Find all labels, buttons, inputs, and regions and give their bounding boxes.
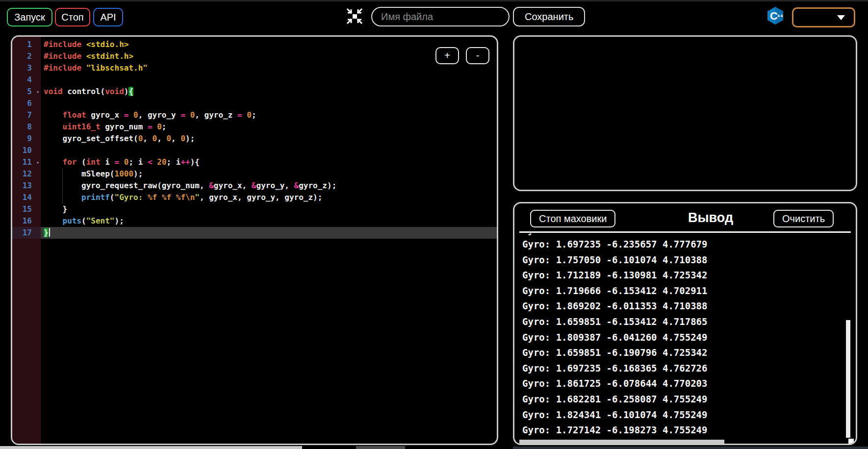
line-number: 1 [12, 39, 32, 50]
code-text: #include <stdio.h> [44, 39, 497, 50]
line-number: 17 [12, 227, 32, 239]
code-line: 9 gyro_set_offset(0, 0, 0, 0); [12, 133, 497, 145]
gutter-spacer [32, 109, 44, 121]
output-divider [519, 231, 851, 233]
output-line: Gyro: 1.719666 -6.153412 4.702911 [514, 283, 856, 299]
output-title: Вывод [637, 210, 784, 225]
output-line: Gyro: 1.727142 -6.198273 4.755249 [514, 423, 856, 438]
output-line: Gyro: 1.659851 -6.190796 4.725342 [514, 345, 856, 361]
line-number: 3 [12, 62, 32, 74]
console-horizontal-scrollbar[interactable] [519, 440, 724, 444]
gutter-spacer [32, 62, 44, 74]
code-line: 13 gyro_request_raw(gyro_num, &gyro_x, &… [12, 180, 497, 192]
svg-text:++: ++ [777, 13, 784, 19]
gutter-spacer [32, 98, 44, 109]
gutter-spacer [32, 215, 44, 227]
code-text: printf("Gyro: %f %f %f\n", gyro_x, gyro_… [44, 192, 497, 203]
gutter-spacer [32, 145, 44, 156]
fold-toggle-icon[interactable]: ▾ [32, 156, 44, 168]
code-text: uint16_t gyro_num = 0; [44, 121, 497, 133]
output-line: Gyro: 1.869202 -6.011353 4.710388 [514, 299, 856, 314]
window-top-edge [0, 0, 868, 1]
line-number: 14 [12, 192, 32, 203]
code-line: 8 uint16_t gyro_num = 0; [12, 121, 497, 133]
code-line: 2#include <stdint.h> [12, 50, 497, 62]
line-number: 6 [12, 98, 32, 109]
zoom-out-button[interactable]: - [466, 47, 489, 64]
page-horizontal-scrollbar-thumb[interactable] [0, 446, 302, 449]
line-number: 12 [12, 168, 32, 180]
console-vertical-scrollbar[interactable] [846, 320, 850, 438]
line-number: 16 [12, 215, 32, 227]
code-line: 3#include "libschsat.h" [12, 62, 497, 74]
code-text: void control(void){ [44, 86, 497, 98]
stop-flywheels-button[interactable]: Стоп маховики [530, 210, 615, 227]
clear-output-button[interactable]: Очистить [773, 210, 834, 227]
code-text: gyro_request_raw(gyro_num, &gyro_x, &gyr… [44, 180, 497, 192]
code-line: 6 [12, 98, 497, 109]
code-text [44, 98, 497, 109]
output-line: Gyro: 1.697235 -6.168365 4.762726 [514, 361, 856, 376]
language-select[interactable] [792, 7, 855, 27]
gutter-spacer [32, 133, 44, 145]
console-output[interactable]: Gyro: Gyro: 1.697235 -6.235657 4.777679G… [514, 233, 856, 444]
code-text: #include <stdint.h> [44, 50, 497, 62]
gutter-spacer [32, 192, 44, 203]
line-number: 8 [12, 121, 32, 133]
line-number: 5 [12, 86, 32, 98]
chevron-down-icon [837, 15, 845, 20]
api-button[interactable]: API [93, 8, 123, 26]
console-lines: Gyro: 1.697235 -6.235657 4.777679Gyro: 1… [514, 237, 856, 438]
code-line: 1#include <stdio.h> [12, 39, 497, 50]
gutter-spacer [32, 227, 44, 239]
code-text: mSleep(1000); [44, 168, 497, 180]
code-line: 12 mSleep(1000); [12, 168, 497, 180]
code-text: } [44, 203, 497, 215]
gutter-spacer [32, 50, 44, 62]
code-text: for (int i = 0; i < 20; i++){ [44, 156, 497, 168]
code-text: gyro_set_offset(0, 0, 0, 0); [44, 133, 497, 145]
gutter-spacer [32, 168, 44, 180]
output-line: Gyro: 1.757050 -6.101074 4.710388 [514, 252, 856, 268]
output-panel: Стоп маховики Вывод Очистить Gyro: Gyro:… [513, 202, 857, 445]
code-text [44, 74, 497, 86]
output-line: Gyro: 1.809387 -6.041260 4.755249 [514, 330, 856, 346]
output-line: Gyro: 1.712189 -6.130981 4.725342 [514, 268, 856, 283]
code-lines[interactable]: 1#include <stdio.h>2#include <stdint.h>3… [12, 39, 497, 239]
filename-input[interactable] [371, 7, 510, 26]
zoom-in-button[interactable]: + [435, 47, 459, 64]
run-button[interactable]: Запуск [7, 8, 52, 26]
code-line: 10 [12, 145, 497, 156]
code-text: #include "libschsat.h" [44, 62, 497, 74]
code-editor-panel[interactable]: 1#include <stdio.h>2#include <stdint.h>3… [11, 35, 498, 445]
line-number: 2 [12, 50, 32, 62]
gutter-spacer [32, 180, 44, 192]
output-line: Gyro: 1.861725 -6.078644 4.770203 [514, 376, 856, 392]
line-number: 10 [12, 145, 32, 156]
cpp-logo-icon: C ++ [766, 6, 785, 25]
code-text [44, 145, 497, 156]
gutter-spacer [32, 74, 44, 86]
gutter-spacer [32, 203, 44, 215]
code-line: 14 printf("Gyro: %f %f %f\n", gyro_x, gy… [12, 192, 497, 203]
code-line: 4 [12, 74, 497, 86]
line-number: 9 [12, 133, 32, 145]
fold-toggle-icon[interactable]: ▾ [32, 86, 44, 98]
text-cursor [49, 228, 50, 237]
code-text: puts("Sent"); [44, 215, 497, 227]
code-line: 17} [12, 227, 497, 239]
page-horizontal-scrollbar-segment[interactable] [356, 446, 405, 449]
code-text: float gyro_x = 0, gyro_y = 0, gyro_z = 0… [44, 109, 497, 121]
clipped-output-line: Gyro: [514, 233, 856, 237]
code-line: 16 puts("Sent"); [12, 215, 497, 227]
stop-button[interactable]: Стоп [55, 8, 90, 26]
output-line: Gyro: 1.697235 -6.235657 4.777679 [514, 237, 856, 252]
compress-arrows-icon[interactable] [345, 7, 364, 25]
code-line: 15 } [12, 203, 497, 215]
line-number: 11 [12, 156, 32, 168]
code-line: 5▾void control(void){ [12, 86, 497, 98]
output-line: Gyro: 1.659851 -6.153412 4.717865 [514, 314, 856, 330]
save-button[interactable]: Сохранить [513, 7, 585, 26]
gutter-spacer [32, 121, 44, 133]
line-number: 7 [12, 109, 32, 121]
